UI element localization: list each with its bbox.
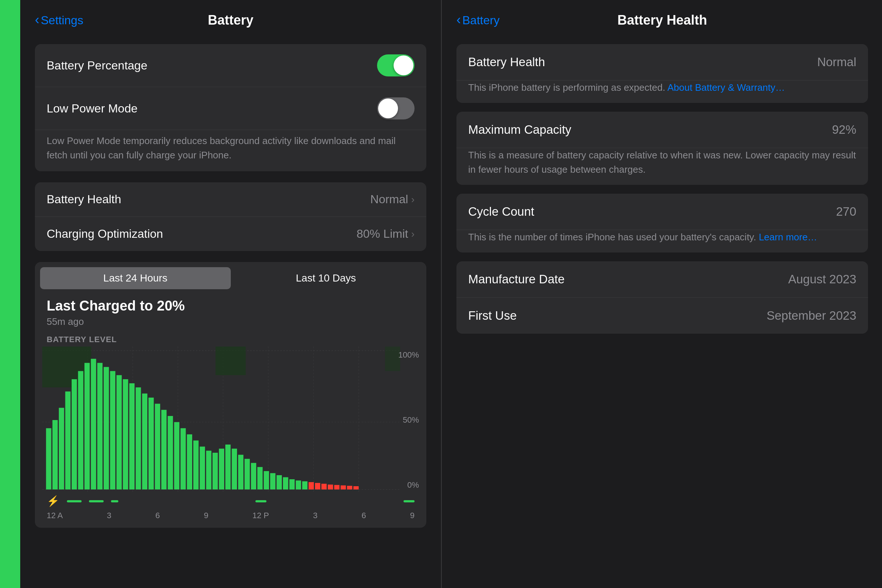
battery-health-card: Battery Health Normal This iPhone batter… [456, 44, 868, 103]
svg-rect-28 [142, 394, 147, 489]
y-label-50: 50% [398, 415, 419, 425]
charging-optimization-value: 80% Limit › [357, 227, 414, 241]
back-to-battery[interactable]: ‹ Battery [456, 13, 500, 28]
battery-level-label: BATTERY LEVEL [42, 335, 419, 344]
x-label-3a: 3 [107, 511, 111, 520]
svg-rect-24 [117, 375, 122, 489]
svg-rect-36 [193, 441, 198, 489]
right-page-title: Battery Health [617, 12, 707, 28]
max-capacity-card: Maximum Capacity 92% This is a measure o… [456, 112, 868, 185]
first-use-value: September 2023 [766, 309, 856, 322]
left-panel: ‹ Settings Battery Battery Percentage Lo… [20, 0, 441, 588]
right-panel: ‹ Battery Battery Health Battery Health … [442, 0, 882, 588]
y-label-0: 0% [398, 480, 419, 490]
last-charged-label: Last Charged to 20% [46, 298, 414, 314]
svg-rect-19 [84, 363, 90, 489]
svg-rect-20 [91, 358, 96, 489]
svg-rect-43 [238, 454, 243, 489]
tab-last-10-days[interactable]: Last 10 Days [231, 267, 422, 289]
svg-rect-18 [78, 371, 83, 489]
toggle-knob [394, 56, 413, 75]
charging-optimization-row[interactable]: Charging Optimization 80% Limit › [35, 217, 426, 251]
learn-more-link[interactable]: Learn more… [759, 231, 818, 243]
svg-rect-34 [180, 428, 186, 489]
svg-rect-38 [206, 450, 212, 489]
battery-health-card-label: Battery Health [468, 55, 545, 69]
x-label-6a: 6 [156, 511, 160, 520]
cycle-count-label: Cycle Count [468, 205, 534, 219]
svg-rect-54 [309, 482, 314, 489]
x-label-9p: 9 [410, 511, 414, 520]
battery-percentage-toggle[interactable] [377, 54, 414, 76]
chart-info: Last Charged to 20% 55m ago [35, 294, 426, 335]
svg-rect-30 [155, 404, 160, 489]
svg-rect-49 [277, 475, 282, 489]
x-label-9a: 9 [204, 511, 208, 520]
battery-health-chevron: › [411, 194, 414, 206]
manufacture-date-value: August 2023 [788, 272, 856, 286]
charging-optimization-chevron: › [411, 228, 414, 240]
first-use-label: First Use [468, 309, 517, 322]
svg-rect-60 [347, 486, 352, 489]
left-nav-bar: ‹ Settings Battery [20, 0, 441, 37]
tab-last-24-hours[interactable]: Last 24 Hours [40, 267, 231, 289]
battery-chart-section: Last 24 Hours Last 10 Days Last Charged … [35, 262, 426, 528]
svg-rect-27 [136, 387, 141, 489]
time-ago: 55m ago [46, 316, 414, 327]
low-power-helper: Low Power Mode temporarily reduces backg… [35, 130, 426, 171]
y-label-100: 100% [398, 350, 419, 360]
svg-rect-14 [52, 420, 58, 489]
svg-rect-33 [174, 422, 179, 489]
chart-tab-bar: Last 24 Hours Last 10 Days [35, 262, 426, 294]
x-axis-labels: 12 A 3 6 9 12 P 3 6 9 [42, 508, 419, 528]
svg-rect-39 [212, 453, 218, 489]
battery-health-label: Battery Health [46, 193, 121, 206]
back-to-settings[interactable]: ‹ Settings [35, 13, 83, 28]
svg-rect-61 [354, 486, 358, 489]
max-capacity-desc: This is a measure of battery capacity re… [456, 148, 868, 185]
charging-optimization-label: Charging Optimization [46, 227, 163, 241]
x-label-6p: 6 [362, 511, 366, 520]
low-power-mode-label: Low Power Mode [46, 102, 138, 116]
max-capacity-row: Maximum Capacity 92% [456, 112, 868, 148]
toggle-knob-2 [378, 99, 398, 118]
svg-rect-32 [168, 416, 173, 489]
chart-container: 100% 50% 0% [42, 346, 419, 494]
low-power-mode-toggle[interactable] [377, 98, 414, 119]
battery-health-row[interactable]: Battery Health Normal › [35, 182, 426, 217]
x-label-3p: 3 [313, 511, 318, 520]
chart-area: BATTERY LEVEL [35, 335, 426, 528]
battery-warranty-link[interactable]: About Battery & Warranty… [668, 82, 785, 93]
max-capacity-value: 92% [832, 123, 856, 137]
svg-rect-37 [200, 447, 205, 489]
svg-rect-51 [289, 479, 294, 489]
svg-rect-59 [340, 486, 346, 489]
left-content: Battery Percentage Low Power Mode Low Po… [20, 37, 441, 535]
battery-percentage-label: Battery Percentage [46, 59, 147, 72]
right-content: Battery Health Normal This iPhone batter… [442, 37, 882, 350]
svg-rect-11 [216, 346, 246, 375]
manufacture-date-row: Manufacture Date August 2023 [456, 261, 868, 298]
battery-percentage-row: Battery Percentage [35, 44, 426, 87]
svg-rect-42 [232, 449, 237, 489]
low-power-mode-row: Low Power Mode [35, 87, 426, 130]
cycle-count-desc: This is the number of times iPhone has u… [456, 230, 868, 252]
health-charging-group: Battery Health Normal › Charging Optimiz… [35, 182, 426, 251]
svg-rect-40 [219, 449, 224, 489]
cycle-count-row: Cycle Count 270 [456, 194, 868, 230]
battery-chart-svg [42, 346, 419, 494]
manufacture-dates-card: Manufacture Date August 2023 First Use S… [456, 261, 868, 334]
svg-rect-17 [72, 379, 77, 489]
svg-rect-53 [302, 482, 307, 489]
chart-y-labels: 100% 50% 0% [398, 346, 419, 494]
svg-rect-13 [46, 428, 51, 489]
svg-rect-25 [123, 379, 128, 489]
svg-rect-26 [129, 383, 135, 489]
svg-rect-12 [385, 346, 400, 371]
x-label-12p: 12 P [252, 511, 269, 520]
svg-rect-44 [244, 459, 249, 489]
battery-health-card-value: Normal [818, 55, 856, 69]
svg-rect-16 [65, 392, 70, 489]
cycle-count-card: Cycle Count 270 This is the number of ti… [456, 194, 868, 252]
back-label: Settings [41, 14, 83, 27]
